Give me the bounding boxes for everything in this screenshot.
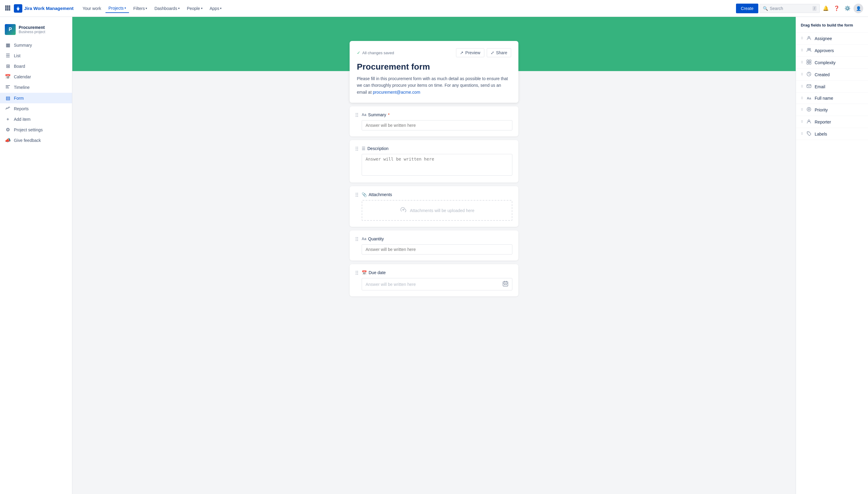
field-content-summary: Aa Summary * — [362, 112, 512, 130]
right-panel: Drag fields to build the form ⠿ Assignee… — [796, 17, 868, 494]
sidebar-label-timeline: Timeline — [14, 85, 30, 90]
upload-text: Attachments will be uploaded here — [410, 208, 474, 213]
field-label: Summary — [368, 112, 386, 117]
panel-item-complexity[interactable]: ⠿ Complexity — [796, 57, 868, 69]
svg-point-28 — [807, 108, 811, 111]
upload-area[interactable]: Attachments will be uploaded here — [362, 200, 512, 221]
form-field-quantity: Aa Quantity — [350, 230, 518, 261]
sidebar-label-board: Board — [14, 64, 25, 69]
form-field-attachments: 📎 Attachments Attachments will be upload… — [350, 186, 518, 227]
due-date-input[interactable]: Answer will be written here — [362, 278, 512, 290]
search-placeholder: Search — [770, 6, 783, 11]
svg-rect-17 — [504, 284, 505, 285]
form-actions: ↗ Preview ⤢ Share — [456, 48, 511, 57]
field-label: Description — [367, 146, 388, 151]
drag-handle[interactable] — [356, 147, 358, 151]
description-input[interactable] — [362, 154, 512, 176]
reports-icon — [5, 106, 11, 112]
avatar[interactable]: 👤 — [853, 4, 863, 13]
panel-item-assignee[interactable]: ⠿ Assignee — [796, 33, 868, 44]
chevron-down-icon: ▾ — [178, 7, 180, 10]
nav-your-work[interactable]: Your work — [79, 4, 104, 13]
sidebar-item-project-settings[interactable]: ⚙ Project settings — [0, 125, 72, 135]
settings-button[interactable]: ⚙️ — [843, 4, 852, 13]
drag-handle[interactable] — [356, 113, 358, 117]
panel-item-full-name[interactable]: ⠿ Aa Full name — [796, 93, 868, 104]
field-content-quantity: Aa Quantity — [362, 236, 512, 254]
svg-point-21 — [809, 49, 811, 50]
form-email-link[interactable]: procurement@acme.com — [373, 90, 420, 95]
nav-filters[interactable]: Filters ▾ — [130, 4, 150, 13]
svg-rect-3 — [5, 7, 7, 9]
calendar-picker-icon[interactable] — [502, 281, 509, 288]
sidebar-item-board[interactable]: ⊞ Board — [0, 61, 72, 71]
share-icon: ⤢ — [491, 50, 494, 55]
panel-item-approvers[interactable]: ⠿ Approvers — [796, 44, 868, 57]
panel-item-reporter[interactable]: ⠿ Reporter — [796, 116, 868, 128]
form-field-due-date: 📅 Due date Answer will be written here — [350, 264, 518, 297]
field-label: Quantity — [368, 236, 384, 241]
sidebar-item-give-feedback[interactable]: 📣 Give feedback — [0, 135, 72, 146]
summary-input[interactable] — [362, 120, 512, 130]
drag-dots-icon: ⠿ — [801, 84, 803, 89]
chevron-down-icon: ▾ — [125, 6, 126, 10]
labels-icon — [806, 131, 812, 137]
svg-rect-5 — [9, 7, 10, 9]
add-icon: + — [5, 117, 11, 122]
sidebar: P Procurement Business project ▦ Summary… — [0, 17, 72, 494]
status-text: All changes saved — [362, 51, 394, 55]
timeline-icon — [5, 84, 11, 90]
preview-button[interactable]: ↗ Preview — [456, 48, 484, 57]
sidebar-item-reports[interactable]: Reports — [0, 103, 72, 114]
svg-point-20 — [808, 49, 809, 50]
search-box[interactable]: 🔍 Search / — [759, 4, 820, 13]
logo[interactable]: Jira Work Management — [14, 4, 74, 13]
field-label-row: 📎 Attachments — [362, 192, 512, 197]
nav-apps[interactable]: Apps ▾ — [207, 4, 225, 13]
svg-rect-6 — [5, 9, 7, 11]
drag-handle[interactable] — [356, 271, 358, 275]
sidebar-item-list[interactable]: ☰ List — [0, 50, 72, 61]
notifications-button[interactable]: 🔔 — [821, 4, 831, 13]
panel-item-labels[interactable]: ⠿ Labels — [796, 128, 868, 140]
preview-icon: ↗ — [460, 50, 464, 55]
list-icon: ☰ — [5, 53, 11, 58]
chevron-down-icon: ▾ — [146, 7, 147, 10]
sidebar-item-add-item[interactable]: + Add item — [0, 114, 72, 125]
grid-icon[interactable] — [5, 5, 10, 12]
drag-handle[interactable] — [356, 193, 358, 197]
nav-projects[interactable]: Projects ▾ — [106, 4, 129, 13]
svg-rect-22 — [807, 60, 809, 62]
sidebar-label-form: Form — [14, 96, 24, 101]
chevron-down-icon: ▾ — [220, 7, 222, 10]
panel-item-created[interactable]: ⠿ Created — [796, 69, 868, 81]
sidebar-item-summary[interactable]: ▦ Summary — [0, 40, 72, 50]
calendar-icon: 📅 — [5, 74, 11, 79]
main-content: ✓ All changes saved ↗ Preview ⤢ Share — [72, 17, 796, 494]
create-button[interactable]: Create — [736, 4, 758, 13]
project-header[interactable]: P Procurement Business project — [0, 22, 72, 40]
drag-dots-icon: ⠿ — [801, 96, 803, 100]
search-shortcut: / — [813, 6, 816, 11]
drag-handle[interactable] — [356, 237, 358, 241]
description-icon: ☰ — [362, 146, 366, 151]
nav-dashboards[interactable]: Dashboards ▾ — [151, 4, 183, 13]
logo-text: Jira Work Management — [24, 6, 74, 11]
drag-dots-icon: ⠿ — [801, 108, 803, 112]
sidebar-item-calendar[interactable]: 📅 Calendar — [0, 71, 72, 82]
share-button[interactable]: ⤢ Share — [487, 48, 511, 57]
reporter-icon — [806, 119, 812, 125]
svg-rect-8 — [9, 9, 10, 11]
quantity-input[interactable] — [362, 244, 512, 254]
field-label-row: Aa Summary * — [362, 112, 512, 117]
sidebar-item-form[interactable]: ▤ Form — [0, 93, 72, 103]
project-type: Business project — [19, 30, 45, 34]
sidebar-label-calendar: Calendar — [14, 74, 31, 79]
svg-rect-1 — [7, 5, 8, 7]
sidebar-item-timeline[interactable]: Timeline — [0, 82, 72, 93]
nav-people[interactable]: People ▾ — [184, 4, 206, 13]
sidebar-label-give-feedback: Give feedback — [14, 138, 41, 143]
panel-item-email[interactable]: ⠿ Email — [796, 81, 868, 93]
help-button[interactable]: ❓ — [832, 4, 842, 13]
panel-item-priority[interactable]: ⠿ Priority — [796, 104, 868, 116]
